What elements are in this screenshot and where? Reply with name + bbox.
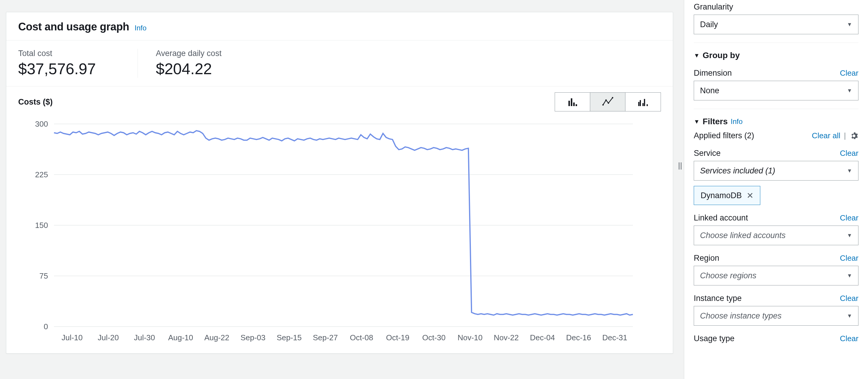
metric-total-cost: Total cost $37,576.97 (18, 49, 137, 78)
chart-block: Costs ($) 075150225300Jul-10Jul-20Jul (6, 87, 673, 353)
svg-text:Sep-15: Sep-15 (277, 333, 302, 342)
svg-rect-10 (643, 103, 644, 106)
bar-chart-icon (567, 96, 579, 108)
metrics-row: Total cost $37,576.97 Average daily cost… (6, 40, 673, 87)
chart-type-toggle (555, 92, 661, 111)
svg-text:Sep-27: Sep-27 (313, 333, 338, 342)
svg-text:Aug-10: Aug-10 (168, 333, 193, 342)
caret-down-icon: ▼ (847, 22, 852, 28)
group-by-header[interactable]: ▼ Group by (694, 50, 859, 60)
line-chart-icon (602, 96, 614, 108)
region-label: Region (694, 253, 719, 263)
dimension-label: Dimension (694, 69, 732, 78)
caret-down-icon: ▼ (847, 88, 852, 94)
service-clear-link[interactable]: Clear (840, 149, 859, 158)
caret-down-icon: ▼ (847, 168, 852, 174)
instance-type-placeholder: Choose instance types (700, 311, 781, 320)
filters-info-link[interactable]: Info (731, 117, 743, 126)
svg-rect-9 (640, 100, 641, 106)
metric-avg-daily-value: $204.22 (156, 60, 221, 78)
svg-rect-12 (647, 104, 648, 106)
metric-avg-daily-cost: Average daily cost $204.22 (137, 49, 263, 78)
cost-usage-card: Cost and usage graph Info Total cost $37… (6, 12, 673, 354)
region-select[interactable]: Choose regions ▼ (694, 266, 859, 285)
granularity-label: Granularity (694, 2, 859, 12)
svg-point-5 (606, 100, 607, 101)
svg-text:Dec-16: Dec-16 (566, 333, 591, 342)
collapse-sidebar-handle[interactable]: || (676, 161, 684, 170)
clear-all-link[interactable]: Clear all (812, 131, 840, 140)
chip-remove-icon[interactable]: ✕ (747, 191, 753, 201)
chip-label: DynamoDB (701, 191, 742, 200)
svg-text:Jul-30: Jul-30 (134, 333, 155, 342)
instance-type-clear-link[interactable]: Clear (840, 294, 859, 303)
metric-total-cost-value: $37,576.97 (18, 60, 96, 78)
card-header: Cost and usage graph Info (6, 12, 673, 40)
service-select-value: Services included (1) (700, 166, 775, 175)
svg-text:0: 0 (44, 322, 48, 331)
service-chip-dynamodb[interactable]: DynamoDB ✕ (694, 186, 760, 205)
dimension-value: None (700, 86, 719, 95)
chart-type-line-button[interactable] (590, 93, 625, 111)
svg-text:Dec-04: Dec-04 (530, 333, 555, 342)
caret-down-icon: ▼ (847, 313, 852, 319)
chart-type-bar-button[interactable] (555, 93, 590, 111)
svg-rect-1 (571, 98, 572, 106)
instance-type-select[interactable]: Choose instance types ▼ (694, 306, 859, 326)
applied-filters-label: Applied filters (2) (694, 131, 754, 140)
svg-text:Dec-31: Dec-31 (602, 333, 627, 342)
svg-text:Oct-19: Oct-19 (386, 333, 409, 342)
svg-rect-8 (638, 102, 640, 106)
linked-account-placeholder: Choose linked accounts (700, 231, 786, 240)
caret-down-icon: ▼ (694, 52, 700, 59)
filters-settings-button[interactable] (849, 131, 859, 140)
caret-down-icon: ▼ (694, 118, 700, 125)
region-clear-link[interactable]: Clear (840, 253, 859, 263)
caret-down-icon: ▼ (847, 273, 852, 279)
svg-rect-2 (573, 103, 575, 106)
cost-line-chart: 075150225300Jul-10Jul-20Jul-30Aug-10Aug-… (18, 118, 639, 344)
dimension-select[interactable]: None ▼ (694, 81, 859, 100)
svg-text:Oct-30: Oct-30 (422, 333, 445, 342)
chart-type-grouped-button[interactable] (625, 93, 661, 111)
gear-icon (850, 132, 858, 140)
service-select[interactable]: Services included (1) ▼ (694, 161, 859, 180)
card-title: Cost and usage graph (18, 21, 129, 33)
svg-text:Jul-10: Jul-10 (61, 333, 83, 342)
granularity-select[interactable]: Daily ▼ (694, 14, 859, 34)
svg-text:150: 150 (35, 221, 48, 230)
usage-type-label: Usage type (694, 334, 735, 343)
info-link[interactable]: Info (134, 24, 147, 32)
granularity-value: Daily (700, 20, 718, 29)
usage-type-clear-link[interactable]: Clear (840, 334, 859, 343)
divider: | (844, 131, 846, 140)
metric-total-cost-label: Total cost (18, 49, 96, 58)
region-placeholder: Choose regions (700, 271, 756, 280)
svg-text:Nov-10: Nov-10 (458, 333, 483, 342)
svg-point-6 (608, 103, 609, 104)
svg-text:300: 300 (35, 119, 48, 129)
instance-type-label: Instance type (694, 294, 742, 303)
svg-rect-0 (568, 101, 570, 106)
filters-sidebar: Granularity Daily ▼ ▼ Group by Dimension… (684, 0, 868, 379)
linked-account-select[interactable]: Choose linked accounts ▼ (694, 226, 859, 245)
svg-text:Sep-03: Sep-03 (241, 333, 266, 342)
svg-rect-11 (644, 99, 645, 106)
dimension-clear-link[interactable]: Clear (840, 69, 859, 78)
linked-account-label: Linked account (694, 213, 748, 222)
svg-rect-3 (576, 104, 577, 106)
svg-text:Oct-08: Oct-08 (350, 333, 373, 342)
svg-text:75: 75 (39, 271, 48, 280)
linked-account-clear-link[interactable]: Clear (840, 213, 859, 222)
group-by-label: Group by (703, 50, 740, 60)
svg-text:225: 225 (35, 170, 48, 179)
svg-point-4 (602, 104, 604, 106)
svg-text:Nov-22: Nov-22 (494, 333, 519, 342)
filters-label: Filters (703, 117, 728, 126)
caret-down-icon: ▼ (847, 232, 852, 239)
grouped-bar-icon (637, 96, 649, 108)
svg-text:Aug-22: Aug-22 (205, 333, 229, 342)
metric-avg-daily-label: Average daily cost (156, 49, 221, 58)
filters-header[interactable]: ▼ Filters Info (694, 117, 859, 126)
svg-text:Jul-20: Jul-20 (98, 333, 119, 342)
